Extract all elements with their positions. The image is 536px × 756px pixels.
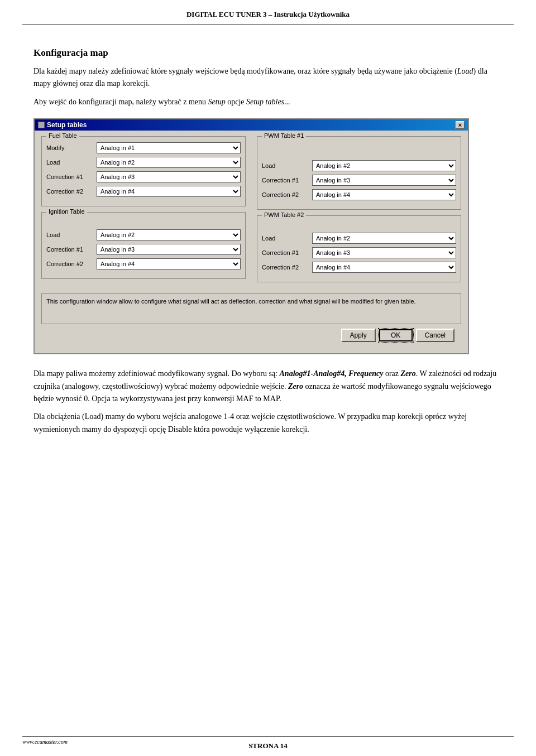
- ign-load-select-wrap[interactable]: Analog in #2: [97, 229, 241, 240]
- dialog-close-button[interactable]: ×: [456, 121, 465, 129]
- ignition-table-content: Load Analog in #2 Correction: [46, 218, 241, 269]
- ign-empty-row: [46, 218, 241, 226]
- ign-load-row: Load Analog in #2: [46, 229, 241, 240]
- ign-load-select[interactable]: Analog in #2: [97, 229, 241, 240]
- pwm1-corr1-select[interactable]: Analog in #3: [312, 175, 456, 186]
- pwm2-corr2-row: Correction #2 Analog in #4: [262, 262, 456, 273]
- fuel-table-group: Fuel Table Modify Analog in #1: [41, 136, 246, 206]
- pwm1-corr1-row: Correction #1 Analog in #3: [262, 175, 456, 186]
- fuel-load-select-wrap[interactable]: Analog in #2: [97, 157, 241, 168]
- pwm1-corr1-label: Correction #1: [262, 177, 312, 184]
- pwm2-table-legend: PWM Table #2: [262, 211, 306, 218]
- pwm1-table-legend: PWM Table #1: [262, 132, 306, 139]
- pwm1-corr1-select-wrap[interactable]: Analog in #3: [312, 175, 456, 186]
- pwm1-corr2-row: Correction #2 Analog in #4: [262, 189, 456, 200]
- section-title: Konfiguracja map: [34, 47, 502, 59]
- pwm1-corr2-select-wrap[interactable]: Analog in #4: [312, 189, 456, 200]
- pwm2-corr2-label: Correction #2: [262, 264, 312, 271]
- ign-load-label: Load: [46, 232, 97, 238]
- pwm2-empty-row: [262, 221, 456, 229]
- ign-corr2-row: Correction #2 Analog in #4: [46, 258, 241, 269]
- dialog-titlebar-left: Setup tables: [38, 121, 87, 129]
- fuel-load-row: Load Analog in #2: [46, 157, 241, 168]
- dialog-description: This configuration window allow to confi…: [41, 293, 461, 324]
- fuel-load-label: Load: [46, 159, 97, 166]
- fuel-corr1-select[interactable]: Analog in #3: [97, 171, 241, 182]
- pwm1-corr2-select[interactable]: Analog in #4: [312, 189, 456, 200]
- pwm1-table-content: Load Analog in #2 Correction: [262, 142, 456, 200]
- pwm2-corr2-select[interactable]: Analog in #4: [312, 262, 456, 273]
- paragraph-3: Dla mapy paliwa możemy zdefiniować modyf…: [34, 368, 502, 405]
- page-number: STRONA 14: [22, 736, 514, 750]
- ign-corr2-select[interactable]: Analog in #4: [97, 258, 241, 269]
- fuel-corr1-row: Correction #1 Analog in #3: [46, 171, 241, 182]
- fuel-corr1-label: Correction #1: [46, 174, 97, 180]
- fuel-modify-row: Modify Analog in #1: [46, 142, 241, 153]
- fuel-modify-select-wrap[interactable]: Analog in #1: [97, 142, 241, 153]
- fuel-corr2-row: Correction #2 Analog in #4: [46, 186, 241, 197]
- pwm2-load-select-wrap[interactable]: Analog in #2: [312, 233, 456, 244]
- dialog-title: Setup tables: [47, 121, 87, 129]
- ign-corr2-label: Correction #2: [46, 261, 97, 267]
- pwm2-corr2-select-wrap[interactable]: Analog in #4: [312, 262, 456, 273]
- pwm1-corr2-label: Correction #2: [262, 191, 312, 198]
- ign-corr1-select[interactable]: Analog in #3: [97, 244, 241, 255]
- pwm2-load-label: Load: [262, 235, 312, 242]
- pwm1-empty-row: [262, 142, 456, 157]
- dialog-buttons: Apply OK Cancel: [41, 324, 461, 348]
- ignition-table-legend: Ignition Table: [46, 208, 87, 215]
- pwm1-load-row: Load Analog in #2: [262, 160, 456, 171]
- header-title: DIGITAL ECU TUNER 3 – Instrukcja Użytkow…: [186, 10, 350, 18]
- dialog-columns: Fuel Table Modify Analog in #1: [41, 136, 461, 288]
- left-column: Fuel Table Modify Analog in #1: [41, 136, 251, 288]
- fuel-corr1-select-wrap[interactable]: Analog in #3: [97, 171, 241, 182]
- fuel-corr2-select-wrap[interactable]: Analog in #4: [97, 186, 241, 197]
- apply-button[interactable]: Apply: [341, 329, 376, 342]
- fuel-corr2-select[interactable]: Analog in #4: [97, 186, 241, 197]
- main-content: Konfiguracja map Dla każdej mapy należy …: [0, 25, 536, 475]
- dialog-container: Setup tables × Fuel Table: [34, 118, 502, 354]
- pwm2-table-group: PWM Table #2 Load Analog in #2: [257, 215, 461, 282]
- ign-corr2-select-wrap[interactable]: Analog in #4: [97, 258, 241, 269]
- fuel-load-select[interactable]: Analog in #2: [97, 157, 241, 168]
- fuel-modify-select[interactable]: Analog in #1: [97, 142, 241, 153]
- pwm1-load-select-wrap[interactable]: Analog in #2: [312, 160, 456, 171]
- paragraph-2: Aby wejść do konfiguracji map, należy wy…: [34, 96, 502, 108]
- cancel-button[interactable]: Cancel: [416, 329, 454, 342]
- pwm2-table-content: Load Analog in #2 Correction: [262, 221, 456, 273]
- dialog-app-icon: [38, 122, 45, 128]
- pwm1-load-select[interactable]: Analog in #2: [312, 160, 456, 171]
- fuel-table-legend: Fuel Table: [46, 132, 79, 139]
- ign-corr1-label: Correction #1: [46, 246, 97, 253]
- pwm2-load-select[interactable]: Analog in #2: [312, 233, 456, 244]
- pwm1-load-label: Load: [262, 162, 312, 169]
- pwm2-corr1-label: Correction #1: [262, 249, 312, 256]
- setup-tables-dialog: Setup tables × Fuel Table: [34, 118, 469, 354]
- dialog-titlebar: Setup tables ×: [35, 119, 468, 131]
- pwm2-corr1-row: Correction #1 Analog in #3: [262, 247, 456, 258]
- paragraph-1: Dla każdej mapy należy zdefiniować które…: [34, 65, 502, 90]
- fuel-corr2-label: Correction #2: [46, 188, 97, 195]
- ignition-table-group: Ignition Table Load Analog in #2: [41, 212, 246, 279]
- ign-corr1-row: Correction #1 Analog in #3: [46, 244, 241, 255]
- ign-corr1-select-wrap[interactable]: Analog in #3: [97, 244, 241, 255]
- fuel-modify-label: Modify: [46, 145, 97, 151]
- ok-button[interactable]: OK: [379, 329, 413, 341]
- dialog-body: Fuel Table Modify Analog in #1: [35, 131, 468, 353]
- pwm2-corr1-select[interactable]: Analog in #3: [312, 247, 456, 258]
- pwm2-load-row: Load Analog in #2: [262, 233, 456, 244]
- pwm1-table-group: PWM Table #1 Load Analog in #2: [257, 136, 461, 210]
- right-column: PWM Table #1 Load Analog in #2: [251, 136, 461, 288]
- paragraph-4: Dla obciążenia (Load) mamy do wyboru wej…: [34, 411, 502, 436]
- fuel-table-content: Modify Analog in #1 Load: [46, 142, 241, 197]
- pwm2-corr1-select-wrap[interactable]: Analog in #3: [312, 247, 456, 258]
- page-header: DIGITAL ECU TUNER 3 – Instrukcja Użytkow…: [22, 0, 514, 25]
